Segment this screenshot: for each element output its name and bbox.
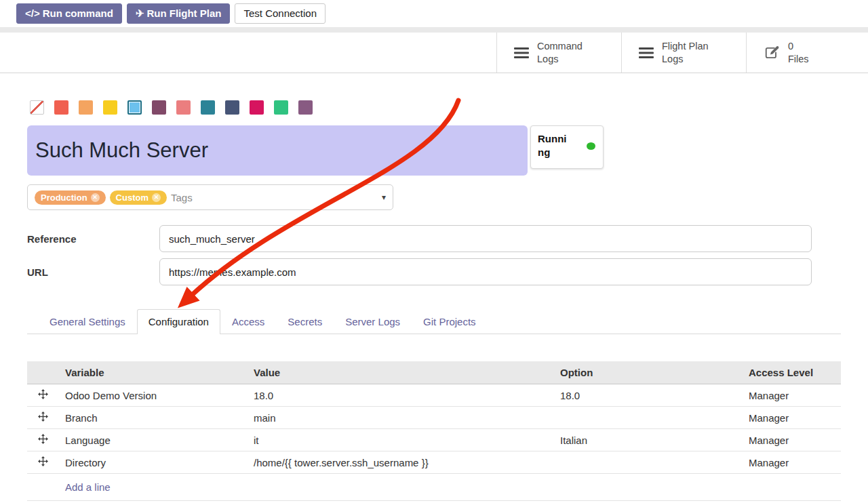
- top-toolbar: </> Run command ✈ Run Flight Plan Test C…: [0, 0, 868, 27]
- title-row: Such Much Server Running: [27, 125, 841, 176]
- tag-label: Production: [41, 193, 87, 203]
- cell-variable[interactable]: Directory: [58, 451, 247, 474]
- status-indicator: Running: [530, 125, 604, 169]
- column-header-access-level[interactable]: Access Level: [742, 361, 841, 384]
- table-row[interactable]: Language it Italian Manager: [27, 429, 841, 451]
- cell-access-level[interactable]: Manager: [742, 429, 841, 451]
- cell-value[interactable]: /home/{{ tower.server.ssh_username }}: [247, 451, 553, 474]
- run-flight-plan-label: Run Flight Plan: [146, 7, 221, 20]
- reference-row: Reference: [27, 225, 841, 252]
- dropdown-caret-icon[interactable]: ▾: [382, 193, 386, 202]
- drag-handle-icon[interactable]: [27, 451, 58, 474]
- color-swatch-teal[interactable]: [201, 100, 215, 115]
- tag-custom[interactable]: Custom ✕: [110, 190, 167, 205]
- stat-button-box: Command Logs Flight Plan Logs 0 Files: [496, 33, 868, 73]
- remove-tag-icon[interactable]: ✕: [91, 193, 100, 202]
- url-label: URL: [27, 266, 159, 278]
- server-form-page: </> Run command ✈ Run Flight Plan Test C…: [0, 0, 868, 503]
- logs-icon: [639, 47, 654, 58]
- edit-icon: [764, 45, 780, 60]
- form-header: Command Logs Flight Plan Logs 0 Files: [0, 33, 868, 73]
- plane-icon: ✈: [136, 7, 144, 20]
- add-a-line-link[interactable]: Add a line: [65, 481, 111, 493]
- color-swatch-magenta[interactable]: [250, 100, 264, 115]
- tab-access[interactable]: Access: [220, 309, 276, 334]
- cell-option[interactable]: [553, 407, 742, 429]
- status-text: Running: [538, 132, 570, 159]
- remove-tag-icon[interactable]: ✕: [152, 193, 161, 202]
- server-name-text: Such Much Server: [35, 138, 208, 163]
- url-row: URL: [27, 258, 841, 285]
- table-header-row: Variable Value Option Access Level: [27, 361, 841, 384]
- notebook-tabs: General Settings Configuration Access Se…: [27, 309, 841, 334]
- color-swatch-red[interactable]: [54, 100, 68, 115]
- cell-value[interactable]: main: [247, 407, 553, 429]
- drag-handle-icon[interactable]: [27, 384, 58, 407]
- column-header-value[interactable]: Value: [247, 361, 553, 384]
- cell-option[interactable]: 18.0: [553, 384, 742, 407]
- cell-option[interactable]: Italian: [553, 429, 742, 451]
- table-row[interactable]: Odoo Demo Version 18.0 18.0 Manager: [27, 384, 841, 407]
- tags-input[interactable]: Production ✕ Custom ✕ Tags ▾: [27, 184, 393, 210]
- cell-value[interactable]: 18.0: [247, 384, 553, 407]
- tab-server-logs[interactable]: Server Logs: [334, 309, 412, 334]
- color-swatch-yellow[interactable]: [103, 100, 117, 115]
- stat-button-flight-plan-logs[interactable]: Flight Plan Logs: [621, 33, 746, 73]
- logs-icon: [514, 47, 529, 58]
- color-swatch-dark-purple[interactable]: [152, 100, 166, 115]
- handle-column-header: [27, 361, 58, 384]
- run-command-button[interactable]: </> Run command: [16, 3, 122, 24]
- reference-label: Reference: [27, 233, 159, 245]
- column-header-variable[interactable]: Variable: [58, 361, 247, 384]
- code-icon: </>: [25, 7, 40, 20]
- tab-secrets[interactable]: Secrets: [276, 309, 334, 334]
- color-swatch-navy[interactable]: [225, 100, 239, 115]
- stat-button-command-logs[interactable]: Command Logs: [496, 33, 621, 73]
- test-connection-button[interactable]: Test Connection: [235, 3, 326, 24]
- drag-handle-icon[interactable]: [27, 429, 58, 451]
- cell-access-level[interactable]: Manager: [742, 384, 841, 407]
- run-command-label: Run command: [43, 7, 113, 20]
- add-line-row: Add a line: [27, 474, 841, 501]
- cell-variable[interactable]: Branch: [58, 407, 247, 429]
- form-sheet: Such Much Server Running Production ✕ Cu…: [0, 100, 868, 501]
- stat-label: Command Logs: [537, 40, 583, 64]
- stat-button-files[interactable]: 0 Files: [746, 33, 868, 73]
- server-name-input[interactable]: Such Much Server: [27, 125, 528, 176]
- tag-label: Custom: [116, 193, 149, 203]
- cell-value[interactable]: it: [247, 429, 553, 451]
- cell-option[interactable]: [553, 451, 742, 474]
- cell-variable[interactable]: Odoo Demo Version: [58, 384, 247, 407]
- status-dot-green: [587, 142, 595, 150]
- table-row[interactable]: Branch main Manager: [27, 407, 841, 429]
- run-flight-plan-button[interactable]: ✈ Run Flight Plan: [127, 3, 231, 24]
- cell-access-level[interactable]: Manager: [742, 407, 841, 429]
- color-swatch-none[interactable]: [30, 100, 44, 115]
- color-picker: [30, 100, 841, 115]
- color-swatch-purple[interactable]: [298, 100, 313, 115]
- configuration-table: Variable Value Option Access Level Odoo …: [27, 361, 841, 501]
- column-header-option[interactable]: Option: [553, 361, 742, 384]
- color-swatch-salmon[interactable]: [176, 100, 191, 115]
- tab-general-settings[interactable]: General Settings: [38, 309, 137, 334]
- stat-label: Flight Plan Logs: [662, 40, 709, 64]
- field-group: Reference URL: [27, 225, 841, 285]
- tab-configuration[interactable]: Configuration: [137, 309, 220, 334]
- reference-input[interactable]: [159, 225, 812, 252]
- drag-handle-icon[interactable]: [27, 407, 58, 429]
- tags-placeholder: Tags: [171, 192, 193, 203]
- tab-git-projects[interactable]: Git Projects: [412, 309, 488, 334]
- cell-access-level[interactable]: Manager: [742, 451, 841, 474]
- color-swatch-cyan-selected[interactable]: [127, 100, 142, 115]
- cell-variable[interactable]: Language: [58, 429, 247, 451]
- stat-label: 0 Files: [788, 40, 809, 64]
- separator-strip: [0, 27, 868, 33]
- table-row[interactable]: Directory /home/{{ tower.server.ssh_user…: [27, 451, 841, 474]
- color-swatch-orange[interactable]: [79, 100, 93, 115]
- url-input[interactable]: [159, 258, 812, 285]
- color-swatch-green[interactable]: [274, 100, 288, 115]
- tag-production[interactable]: Production ✕: [35, 190, 106, 205]
